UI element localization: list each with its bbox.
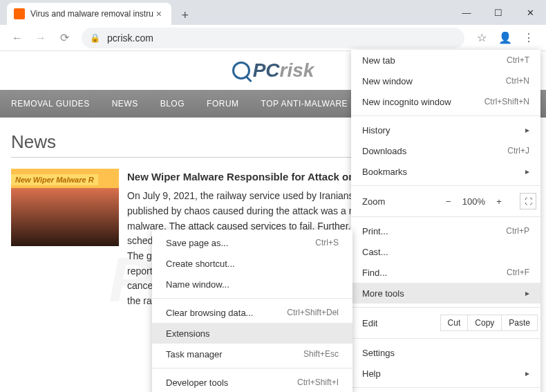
close-tab-icon[interactable]: × xyxy=(153,8,164,19)
lock-icon: 🔒 xyxy=(90,33,100,43)
article-thumbnail[interactable]: New Wiper Malware R xyxy=(11,169,119,246)
menu-separator xyxy=(351,307,540,308)
menu-separator xyxy=(152,298,352,299)
nav-news[interactable]: NEWS xyxy=(112,99,138,109)
new-tab-button[interactable]: + xyxy=(176,6,195,25)
menu-zoom: Zoom − 100% + ⛶ xyxy=(351,189,540,213)
menu-bookmarks[interactable]: Bookmarks▸ xyxy=(351,161,540,182)
back-button[interactable]: ← xyxy=(6,28,29,48)
forward-button[interactable]: → xyxy=(29,28,53,48)
logo-text-risk: risk xyxy=(280,59,314,82)
submenu-save-page[interactable]: Save page as...Ctrl+S xyxy=(152,232,352,253)
menu-new-tab[interactable]: New tabCtrl+T xyxy=(351,50,540,71)
profile-avatar-icon[interactable]: 👤 xyxy=(493,28,517,48)
site-logo[interactable]: PCrisk xyxy=(232,59,314,82)
chevron-right-icon: ▸ xyxy=(525,167,529,176)
url-text: pcrisk.com xyxy=(107,32,153,44)
chrome-menu-button[interactable]: ⋮ xyxy=(517,28,540,48)
menu-cast[interactable]: Cast... xyxy=(351,241,540,262)
thumbnail-caption: New Wiper Malware R xyxy=(11,174,98,185)
submenu-clear-data[interactable]: Clear browsing data...Ctrl+Shift+Del xyxy=(152,302,352,323)
reload-button[interactable]: ⟳ xyxy=(53,28,76,48)
bookmark-star-icon[interactable]: ☆ xyxy=(470,28,493,48)
nav-forum[interactable]: FORUM xyxy=(207,99,239,109)
menu-separator xyxy=(351,338,540,339)
nav-removal-guides[interactable]: REMOVAL GUIDES xyxy=(11,99,90,109)
edit-paste-button[interactable]: Paste xyxy=(501,315,538,331)
menu-print[interactable]: Print...Ctrl+P xyxy=(351,221,540,241)
tab-title: Virus and malware removal instru xyxy=(30,9,153,19)
maximize-button[interactable]: ☐ xyxy=(482,0,514,25)
menu-separator xyxy=(351,115,540,116)
minimize-button[interactable]: — xyxy=(451,0,482,25)
window-controls: — ☐ ✕ xyxy=(451,0,546,25)
chevron-right-icon: ▸ xyxy=(525,288,529,298)
close-window-button[interactable]: ✕ xyxy=(514,0,546,25)
logo-text-pc: PC xyxy=(253,59,280,82)
favicon-icon xyxy=(14,8,25,19)
menu-separator xyxy=(351,387,540,388)
submenu-developer-tools[interactable]: Developer toolsCtrl+Shift+I xyxy=(152,372,352,392)
more-tools-submenu: Save page as...Ctrl+S Create shortcut...… xyxy=(152,230,352,392)
submenu-name-window[interactable]: Name window... xyxy=(152,274,352,295)
magnifier-icon xyxy=(232,62,250,80)
address-bar[interactable]: 🔒 pcrisk.com xyxy=(82,28,464,48)
menu-settings[interactable]: Settings xyxy=(351,342,540,363)
chevron-right-icon: ▸ xyxy=(525,125,529,135)
titlebar: Virus and malware removal instru × + — ☐… xyxy=(0,0,546,25)
submenu-task-manager[interactable]: Task managerShift+Esc xyxy=(152,344,352,364)
fullscreen-icon[interactable]: ⛶ xyxy=(520,193,536,209)
submenu-create-shortcut[interactable]: Create shortcut... xyxy=(152,253,352,274)
chrome-menu: New tabCtrl+T New windowCtrl+N New incog… xyxy=(351,50,540,392)
nav-blog[interactable]: BLOG xyxy=(160,99,185,109)
nav-top-antimalware[interactable]: TOP ANTI-MALWARE xyxy=(261,99,348,109)
zoom-in-button[interactable]: + xyxy=(491,196,507,207)
submenu-extensions[interactable]: Extensions xyxy=(152,323,352,344)
menu-downloads[interactable]: DownloadsCtrl+J xyxy=(351,140,540,161)
edit-copy-button[interactable]: Copy xyxy=(467,315,502,331)
toolbar: ← → ⟳ 🔒 pcrisk.com ☆ 👤 ⋮ xyxy=(0,25,546,51)
menu-find[interactable]: Find...Ctrl+F xyxy=(351,262,540,283)
zoom-value: 100% xyxy=(462,196,485,207)
menu-help[interactable]: Help▸ xyxy=(351,363,540,384)
menu-separator xyxy=(351,216,540,217)
menu-more-tools[interactable]: More tools▸ xyxy=(351,283,540,304)
chevron-right-icon: ▸ xyxy=(525,368,529,378)
menu-separator xyxy=(152,368,352,368)
zoom-out-button[interactable]: − xyxy=(440,196,457,207)
edit-cut-button[interactable]: Cut xyxy=(440,315,469,331)
menu-edit: Edit Cut Copy Paste xyxy=(351,311,540,335)
menu-separator xyxy=(351,185,540,186)
menu-incognito[interactable]: New incognito windowCtrl+Shift+N xyxy=(351,91,540,112)
menu-history[interactable]: History▸ xyxy=(351,120,540,140)
browser-tab[interactable]: Virus and malware removal instru × xyxy=(7,3,171,25)
menu-new-window[interactable]: New windowCtrl+N xyxy=(351,71,540,91)
